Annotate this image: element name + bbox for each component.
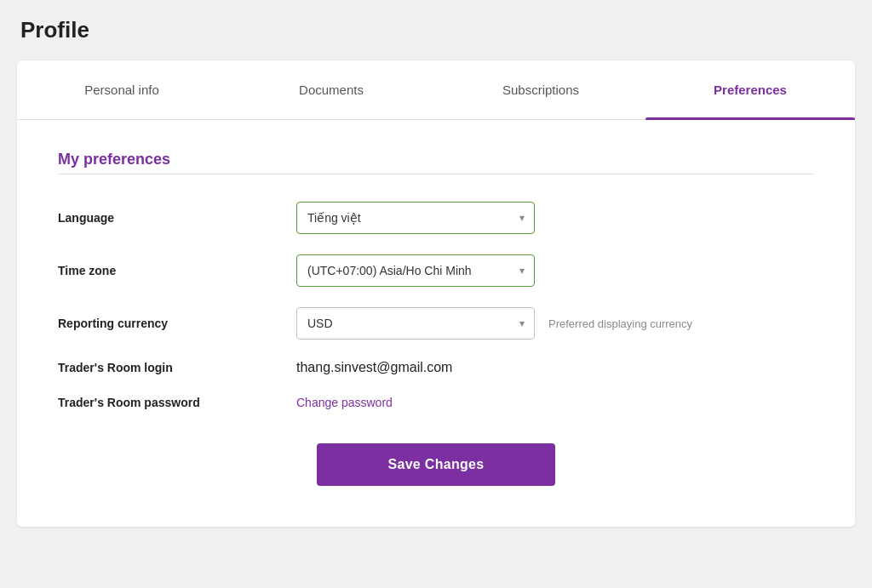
currency-control: USD EUR GBP JPY ▾ Preferred displaying c… <box>296 307 692 340</box>
traders-login-value-wrapper: thang.sinvest@gmail.com <box>296 360 452 375</box>
timezone-select-wrapper: (UTC+07:00) Asia/Ho Chi Minh (UTC+00:00)… <box>296 254 535 287</box>
tab-subscriptions[interactable]: Subscriptions <box>436 60 645 119</box>
change-password-link[interactable]: Change password <box>296 396 393 409</box>
tab-bar: Personal info Documents Subscriptions Pr… <box>17 60 855 120</box>
tab-documents[interactable]: Documents <box>227 60 436 119</box>
traders-password-label: Trader's Room password <box>58 396 296 409</box>
timezone-select[interactable]: (UTC+07:00) Asia/Ho Chi Minh (UTC+00:00)… <box>296 254 535 287</box>
section-divider <box>58 174 814 174</box>
profile-card: Personal info Documents Subscriptions Pr… <box>17 60 855 527</box>
traders-login-value: thang.sinvest@gmail.com <box>296 360 452 375</box>
currency-hint: Preferred displaying currency <box>548 317 692 330</box>
page-container: Profile Personal info Documents Subscrip… <box>17 17 855 527</box>
language-select[interactable]: Tiếng việt English Français Deutsch Espa… <box>296 202 535 234</box>
currency-select[interactable]: USD EUR GBP JPY <box>296 307 535 340</box>
timezone-control: (UTC+07:00) Asia/Ho Chi Minh (UTC+00:00)… <box>296 254 535 287</box>
traders-password-row: Trader's Room password Change password <box>58 396 814 409</box>
language-row: Language Tiếng việt English Français Deu… <box>58 202 814 234</box>
card-body: My preferences Language Tiếng việt Engli… <box>17 120 855 527</box>
page-title: Profile <box>17 17 855 43</box>
timezone-row: Time zone (UTC+07:00) Asia/Ho Chi Minh (… <box>58 254 814 287</box>
save-changes-button[interactable]: Save Changes <box>317 443 555 486</box>
language-label: Language <box>58 211 296 225</box>
language-control: Tiếng việt English Français Deutsch Espa… <box>296 202 535 234</box>
save-btn-wrapper: Save Changes <box>58 443 814 486</box>
traders-login-row: Trader's Room login thang.sinvest@gmail.… <box>58 360 814 375</box>
timezone-label: Time zone <box>58 264 296 277</box>
language-select-wrapper: Tiếng việt English Français Deutsch Espa… <box>296 202 535 234</box>
section-title: My preferences <box>58 151 814 168</box>
currency-label: Reporting currency <box>58 317 296 330</box>
currency-select-wrapper: USD EUR GBP JPY ▾ <box>296 307 535 340</box>
tab-preferences[interactable]: Preferences <box>645 60 855 119</box>
currency-row: Reporting currency USD EUR GBP JPY ▾ Pre… <box>58 307 814 340</box>
traders-login-label: Trader's Room login <box>58 361 296 374</box>
tab-personal-info[interactable]: Personal info <box>17 60 227 119</box>
traders-password-control: Change password <box>296 396 393 409</box>
